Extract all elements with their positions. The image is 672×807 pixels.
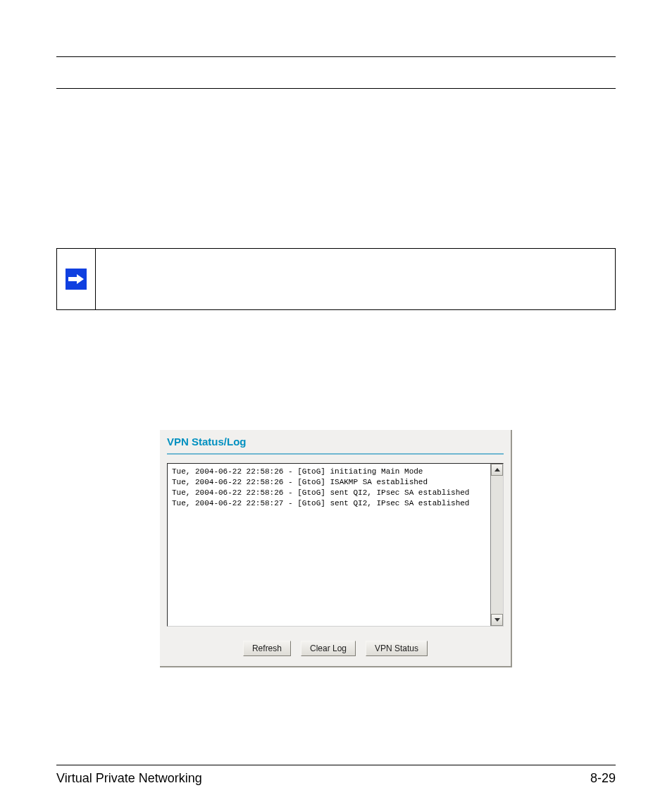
- log-line: Tue, 2004-06-22 22:58:26 - [GtoG] initia…: [172, 467, 423, 476]
- chevron-up-icon: [494, 468, 500, 472]
- refresh-button[interactable]: Refresh: [243, 641, 291, 656]
- chevron-down-icon: [494, 618, 500, 622]
- panel-divider: [167, 453, 504, 455]
- clear-log-button[interactable]: Clear Log: [301, 641, 356, 656]
- log-line: Tue, 2004-06-22 22:58:26 - [GtoG] sent Q…: [172, 488, 469, 497]
- scroll-down-button[interactable]: [491, 614, 503, 626]
- panel-title: VPN Status/Log: [167, 434, 504, 453]
- vpn-status-button[interactable]: VPN Status: [366, 641, 428, 656]
- footer-section-title: Virtual Private Networking: [56, 771, 202, 786]
- arrow-right-icon: [66, 269, 87, 290]
- page-footer: Virtual Private Networking 8-29: [56, 765, 616, 786]
- log-panel: Tue, 2004-06-22 22:58:26 - [GtoG] initia…: [167, 463, 504, 627]
- note-box: [56, 248, 616, 310]
- footer-page-number: 8-29: [590, 771, 616, 786]
- note-text: [96, 249, 615, 309]
- panel-button-row: Refresh Clear Log VPN Status: [167, 641, 504, 656]
- log-line: Tue, 2004-06-22 22:58:26 - [GtoG] ISAKMP…: [172, 478, 428, 486]
- scroll-up-button[interactable]: [491, 464, 503, 476]
- note-icon-cell: [57, 249, 96, 309]
- vpn-status-screenshot: VPN Status/Log Tue, 2004-06-22 22:58:26 …: [160, 430, 512, 667]
- vertical-scrollbar[interactable]: [490, 464, 503, 626]
- scroll-track[interactable]: [491, 476, 503, 614]
- page-subheader-band: [56, 57, 616, 89]
- log-text[interactable]: Tue, 2004-06-22 22:58:26 - [GtoG] initia…: [168, 464, 490, 626]
- log-line: Tue, 2004-06-22 22:58:27 - [GtoG] sent Q…: [172, 499, 469, 507]
- page-header-rule: [56, 28, 616, 57]
